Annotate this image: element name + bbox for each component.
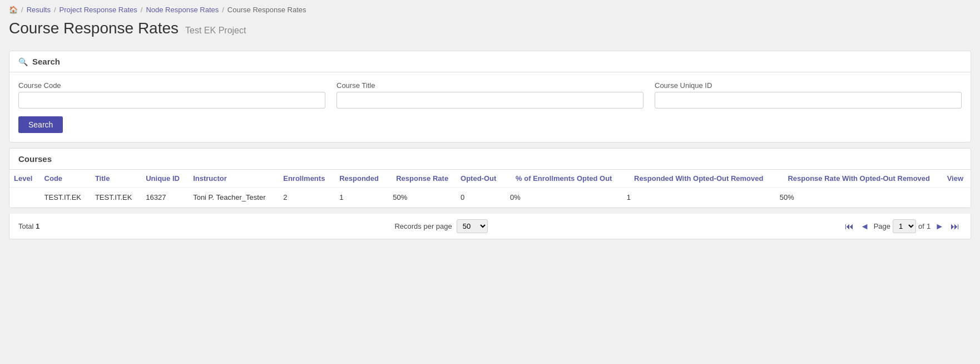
total-pages: 1 — [927, 222, 930, 230]
table-row: TEST.IT.EKTEST.IT.EK16327Toni P. Teacher… — [9, 188, 971, 208]
prev-page-button[interactable]: ◄ — [858, 221, 872, 232]
col-pct-enrollments-opted-out: % of Enrollments Opted Out — [506, 170, 622, 188]
breadcrumb-results[interactable]: Results — [27, 6, 51, 14]
total-count: 1 — [36, 222, 39, 230]
records-per-page-group: Records per page 102550100 — [394, 219, 487, 233]
col-instructor: Instructor — [189, 170, 279, 188]
search-form: Course Code Course Title Course Unique I… — [18, 81, 962, 133]
table-cell: 1 — [622, 188, 775, 208]
col-enrollments: Enrollments — [279, 170, 335, 188]
course-unique-id-group: Course Unique ID — [655, 81, 962, 109]
courses-table: Level Code Title Unique ID Instructor En… — [9, 170, 971, 208]
search-panel-header: 🔍 Search — [9, 51, 971, 72]
courses-panel-header: Courses — [9, 149, 971, 170]
course-unique-id-label: Course Unique ID — [655, 81, 962, 90]
course-code-group: Course Code — [18, 81, 325, 109]
search-icon: 🔍 — [18, 57, 28, 66]
search-panel-title: Search — [32, 57, 60, 66]
page-nav: ⏮ ◄ Page 1 of 1 ► ⏭ — [843, 219, 962, 233]
col-opted-out: Opted-Out — [456, 170, 506, 188]
course-code-label: Course Code — [18, 81, 325, 90]
course-unique-id-input[interactable] — [655, 92, 962, 109]
page-label: Page — [874, 222, 890, 230]
table-cell: TEST.IT.EK — [40, 188, 91, 208]
search-button-row: Search — [18, 116, 962, 133]
table-cell: 0% — [506, 188, 622, 208]
col-code: Code — [40, 170, 91, 188]
col-unique-id: Unique ID — [141, 170, 189, 188]
total-label: Total 1 — [18, 222, 39, 230]
page-header: Course Response Rates Test EK Project — [0, 17, 980, 45]
search-panel: 🔍 Search Course Code Course Title Course… — [9, 51, 971, 142]
table-cell — [9, 188, 40, 208]
col-responded: Responded — [335, 170, 388, 188]
breadcrumb: 🏠 / Results / Project Response Rates / N… — [0, 0, 980, 17]
records-per-page-select[interactable]: 102550100 — [457, 219, 488, 233]
page-subtitle: Test EK Project — [185, 26, 246, 36]
search-form-row: Course Code Course Title Course Unique I… — [18, 81, 962, 109]
table-cell: TEST.IT.EK — [91, 188, 141, 208]
next-page-button[interactable]: ► — [933, 221, 946, 232]
first-page-button[interactable]: ⏮ — [843, 221, 856, 232]
table-cell: 0 — [456, 188, 506, 208]
col-response-rate-opted-out-removed: Response Rate With Opted-Out Removed — [775, 170, 943, 188]
page-title: Course Response Rates — [9, 19, 179, 37]
search-button[interactable]: Search — [18, 116, 63, 133]
col-response-rate: Response Rate — [388, 170, 456, 188]
search-panel-body: Course Code Course Title Course Unique I… — [9, 72, 971, 142]
course-title-input[interactable] — [336, 92, 644, 109]
courses-table-wrapper: Level Code Title Unique ID Instructor En… — [9, 170, 971, 208]
table-cell: Toni P. Teacher_Tester — [189, 188, 279, 208]
pagination-row: Total 1 Records per page 102550100 ⏮ ◄ P… — [9, 214, 971, 239]
records-per-page-label: Records per page — [394, 222, 452, 230]
col-view: View — [943, 170, 971, 188]
courses-panel-title: Courses — [18, 154, 52, 164]
col-responded-opted-out-removed: Responded With Opted-Out Removed — [622, 170, 775, 188]
table-cell: 50% — [388, 188, 456, 208]
table-cell: 1 — [335, 188, 388, 208]
breadcrumb-node-response-rates[interactable]: Node Response Rates — [146, 6, 219, 14]
page-select[interactable]: 1 — [893, 219, 916, 233]
table-cell: 2 — [279, 188, 335, 208]
last-page-button[interactable]: ⏭ — [948, 221, 962, 232]
table-cell: 16327 — [141, 188, 189, 208]
courses-panel: Courses Level Code Title Unique ID Instr… — [9, 148, 971, 208]
table-cell — [943, 188, 971, 208]
col-title: Title — [91, 170, 141, 188]
home-icon[interactable]: 🏠 — [9, 6, 18, 14]
breadcrumb-project-response-rates[interactable]: Project Response Rates — [60, 6, 137, 14]
of-label: of — [918, 222, 924, 230]
course-title-group: Course Title — [336, 81, 644, 109]
course-code-input[interactable] — [18, 92, 325, 109]
table-cell: 50% — [775, 188, 943, 208]
breadcrumb-current: Course Response Rates — [227, 6, 306, 14]
col-level: Level — [9, 170, 40, 188]
course-title-label: Course Title — [336, 81, 644, 90]
table-header-row: Level Code Title Unique ID Instructor En… — [9, 170, 971, 188]
